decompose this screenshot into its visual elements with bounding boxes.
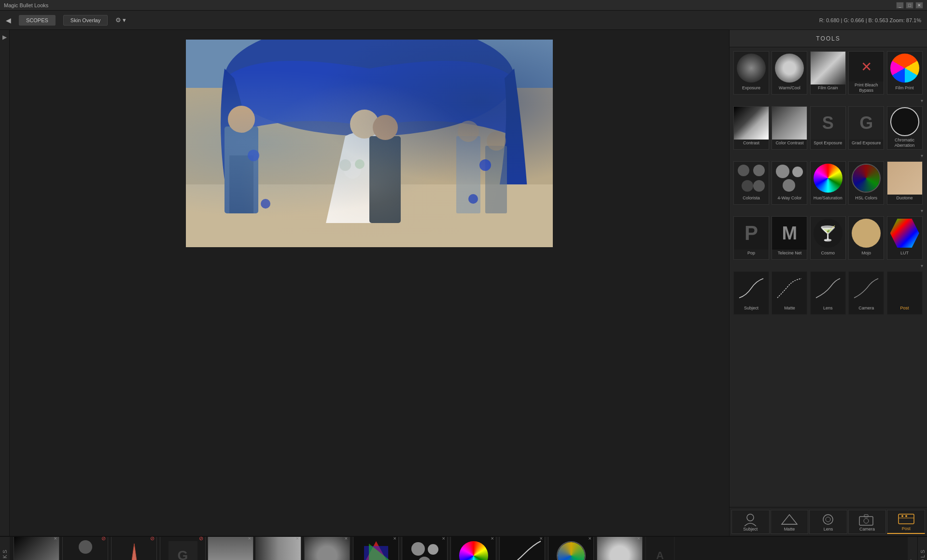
look-close-gradient2[interactable]: × [296, 537, 299, 541]
look-close-gradient1[interactable]: × [248, 537, 251, 541]
look-item-contrast[interactable]: × Contrast [14, 537, 59, 560]
tool-post-label[interactable]: Post [887, 271, 923, 315]
pipeline-subject-tab[interactable]: Subject [731, 510, 770, 534]
tool-pop[interactable]: Pop [733, 216, 769, 260]
sidebar-expand-arrow[interactable]: ▶ [2, 34, 7, 41]
tool-huesaturation-thumb [811, 162, 845, 195]
look-item-cosmo[interactable]: ⊘ Cosmo [111, 537, 157, 560]
look-item-saturation[interactable]: × Saturation [450, 537, 496, 560]
camera-icon-svg [857, 513, 877, 526]
tool-pop-label: Pop [746, 250, 756, 257]
look-item-colorista3[interactable]: × Colorista 3-Way [402, 537, 448, 560]
pipeline-camera-tab[interactable]: Camera [848, 510, 886, 534]
photo-overlay [186, 40, 553, 247]
tool-gradexposure[interactable]: Grad Exposure [848, 106, 884, 150]
tool-camera-curve[interactable]: Camera [848, 271, 884, 315]
post-tab-text: Post [902, 526, 911, 531]
tool-duotone-thumb [887, 162, 922, 195]
tool-cosmo-label: Cosmo [820, 250, 836, 257]
skin-overlay-tab[interactable]: Skin Overlay [63, 15, 108, 26]
tool-exposure[interactable]: Exposure [733, 51, 769, 95]
tool-filmgrain[interactable]: Film Grain [810, 51, 846, 95]
tool-cosmo[interactable]: Cosmo [810, 216, 846, 260]
look-close-saturation[interactable]: × [491, 537, 494, 541]
pipeline-matte-tab[interactable]: Matte [771, 510, 809, 534]
tool-chromatic[interactable]: Chromatic Aberration [887, 106, 923, 150]
tool-lut[interactable]: LUT [887, 216, 923, 260]
row3-arrow[interactable]: ▾ [921, 208, 923, 213]
tool-warmcool[interactable]: Warm/Cool [772, 51, 807, 95]
tool-colorcontrast[interactable]: Color Contrast [772, 106, 807, 150]
look-item-gradfirst[interactable]: ⊘ G Grad Exposure [160, 537, 206, 560]
row4-arrow[interactable]: ▾ [921, 263, 923, 268]
tool-matte-curve[interactable]: Matte [772, 271, 807, 315]
row1-arrow[interactable]: ▾ [921, 98, 923, 103]
exposure-icon [737, 54, 766, 83]
tool-huesaturation[interactable]: Hue/Saturation [810, 161, 846, 205]
look-item-curves[interactable]: × Curves [499, 537, 545, 560]
look-thumb-gradient2 [256, 537, 301, 560]
tool-bleach[interactable]: Print Bleach Bypass [848, 51, 884, 95]
tool-colorcontrast-label: Color Contrast [774, 140, 804, 147]
bottom-section: LOOKS × Contrast ⊘ Spot Fill [0, 536, 927, 560]
look-close-contrast[interactable]: × [54, 537, 57, 541]
tool-colorcontrast-thumb [772, 107, 807, 140]
cosmo-thumb-icon [122, 541, 146, 560]
preview-area [10, 30, 729, 536]
tool-lens-curve[interactable]: Lens [810, 271, 846, 315]
looks-scroll-right[interactable]: ▶ [908, 537, 917, 560]
maximize-btn[interactable]: □ [906, 2, 913, 9]
grad-exposure-group: ⊘ G Grad Exposure × Gradient × Gradi [160, 537, 301, 560]
row2-arrow[interactable]: ▾ [921, 153, 923, 158]
close-btn[interactable]: ✕ [915, 2, 923, 9]
tool-telecinenet[interactable]: Telecine Net [772, 216, 807, 260]
settings-button[interactable]: ⚙ ▾ [115, 16, 126, 24]
tools-right-sidebar-bottom: TOOLS [917, 537, 927, 560]
look-close-colorista3[interactable]: × [442, 537, 445, 541]
nav-left-arrow[interactable]: ◀ [6, 16, 11, 24]
look-item-threestrip[interactable]: × 3-Strip Process [353, 537, 399, 560]
window-controls: _ □ ✕ [896, 2, 923, 9]
color-readout: R: 0.680 | G: 0.666 | B: 0.563 Zoom: 87.… [819, 17, 921, 23]
look-close-warmcool2[interactable]: × [637, 537, 640, 541]
pipeline-lens-tab[interactable]: Lens [809, 510, 847, 534]
lens-tab-text: Lens [824, 527, 833, 532]
tool-hslcolors[interactable]: HSL Colors [848, 161, 884, 205]
tool-contrast[interactable]: Contrast [733, 106, 769, 150]
spotfill-icon [69, 537, 102, 560]
matte-icon-svg [780, 513, 799, 526]
tool-duotone[interactable]: Duotone [887, 161, 923, 205]
tool-contrast-thumb [734, 107, 769, 140]
threestrip-icon [359, 539, 393, 560]
tool-telecinenet-thumb [772, 217, 807, 250]
tool-hslcolors-label: HSL Colors [854, 195, 878, 202]
look-item-hslcolors[interactable]: × HSL Colors [548, 537, 594, 560]
look-close-vignette[interactable]: × [345, 537, 348, 541]
tool-pop-thumb [734, 217, 769, 250]
lens-tab-icon [816, 512, 840, 527]
tool-filmprint[interactable]: Film Print [887, 51, 923, 95]
look-item-gradient1[interactable]: × Gradient [208, 537, 253, 560]
tool-mojo-thumb [849, 217, 884, 250]
look-close-cosmo[interactable]: ⊘ [150, 537, 154, 542]
look-item-vignette[interactable]: × Vignette [304, 537, 350, 560]
look-close-threestrip[interactable]: × [393, 537, 396, 541]
hslcolors-thumb-icon [557, 541, 586, 560]
tool-fourwaycolor-label: 4-Way Color [777, 195, 803, 202]
tool-spotexposure[interactable]: Spot Exposure [810, 106, 846, 150]
pipeline-post-tab[interactable]: Post [887, 510, 925, 534]
tool-fourwaycolor[interactable]: 4-Way Color [772, 161, 807, 205]
look-close-gradfirst[interactable]: ⊘ [199, 537, 203, 542]
look-close-curves[interactable]: × [540, 537, 543, 541]
tool-colorista[interactable]: Colorista [733, 161, 769, 205]
look-close-hslcolors[interactable]: × [589, 537, 591, 541]
look-close-spotfill[interactable]: ⊘ [101, 537, 106, 542]
scopes-tab[interactable]: SCOPES [19, 15, 56, 26]
look-item-gradient2[interactable]: × Gradient [255, 537, 301, 560]
tool-colorista-thumb [734, 162, 769, 195]
tool-mojo[interactable]: Mojo [848, 216, 884, 260]
look-item-warmcool2[interactable]: × Warm/Cool [597, 537, 643, 560]
look-item-spotfill[interactable]: ⊘ Spot Fill [62, 537, 108, 560]
tool-subject-curve[interactable]: Subject [733, 271, 769, 315]
minimize-btn[interactable]: _ [896, 2, 904, 9]
